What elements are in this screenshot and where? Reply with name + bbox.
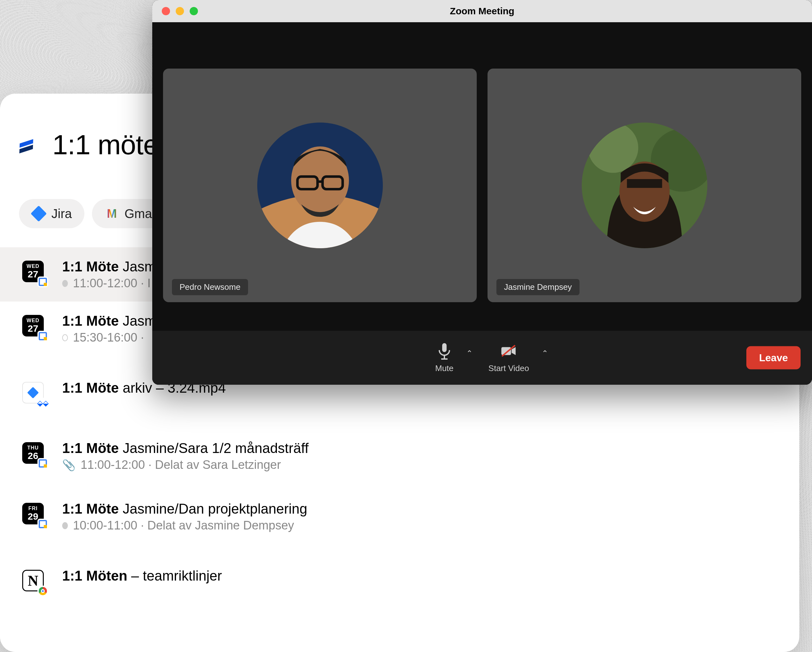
chrome-badge-icon [38,586,47,596]
item-meta: 10:00-11:00 · Delat av Jasmine Dempsey [62,519,774,532]
app-logo-icon [19,134,41,156]
chevron-up-icon[interactable]: ⌃ [466,349,473,358]
traffic-lights [162,7,198,15]
calendar-icon: WED 27 [22,315,45,338]
zoom-toolbar: Mute ⌃ Start Video ⌃ Leave [152,331,812,385]
attachment-icon: 📎 [62,459,75,471]
list-item[interactable]: THU 26 1:1 Möte Jasmine/Sara 1/2 månadst… [19,429,774,483]
participant-avatar [582,122,707,248]
google-calendar-badge-icon [38,459,47,468]
item-meta: 📎 11:00-12:00 · Delat av Sara Letzinger [62,458,774,472]
item-title: 1:1 Möten – teamriktlinjer [62,568,774,584]
maximize-window-icon[interactable] [190,7,198,15]
list-item[interactable]: N 1:1 Möten – teamriktlinjer [19,556,774,604]
jira-icon [32,207,46,220]
item-title: 1:1 Möte Jasmine/Sara 1/2 månadsträff [62,440,774,456]
google-calendar-badge-icon [38,331,47,341]
close-window-icon[interactable] [162,7,170,15]
chip-label: Jira [51,207,72,221]
participant-name: Pedro Newsome [172,279,248,295]
dropbox-badge-icon: ⬙⬙ [38,398,47,408]
window-title: Zoom Meeting [152,6,812,17]
file-icon: ⬙⬙ [22,382,45,405]
status-dot-outline-icon [62,334,68,341]
mute-button[interactable]: Mute ⌃ [435,343,453,373]
item-title: 1:1 Möte Jasmine/Dan projektplanering [62,501,774,517]
gmail-icon: M [105,207,119,220]
notion-icon: N [22,570,45,592]
svg-point-8 [588,122,638,173]
chip-label: Gma [124,207,152,221]
participant-avatar [257,122,383,248]
video-grid: Pedro Newsome Jasmine Dempsey [152,22,812,331]
zoom-window: Zoom Meeting Pedro Newsome [152,0,812,385]
chevron-up-icon[interactable]: ⌃ [542,349,548,358]
list-item[interactable]: FRI 29 1:1 Möte Jasmine/Dan projektplane… [19,490,774,544]
video-tile[interactable]: Pedro Newsome [163,69,477,302]
status-dot-icon [62,280,68,287]
video-off-icon [500,343,517,360]
svg-rect-12 [442,343,447,352]
svg-rect-15 [501,347,511,355]
minimize-window-icon[interactable] [176,7,184,15]
jira-icon [27,387,39,399]
start-video-button[interactable]: Start Video ⌃ [488,343,529,373]
calendar-icon: THU 26 [22,442,45,465]
calendar-icon: WED 27 [22,260,45,283]
leave-button[interactable]: Leave [746,346,801,369]
chip-jira[interactable]: Jira [19,199,84,228]
microphone-icon [436,343,453,360]
google-calendar-badge-icon [38,277,47,287]
svg-rect-11 [627,179,662,188]
google-calendar-badge-icon [38,519,47,529]
calendar-icon: FRI 29 [22,503,45,526]
window-titlebar[interactable]: Zoom Meeting [152,0,812,22]
video-tile[interactable]: Jasmine Dempsey [487,69,801,302]
participant-name: Jasmine Dempsey [496,279,580,295]
status-dot-icon [62,522,68,529]
